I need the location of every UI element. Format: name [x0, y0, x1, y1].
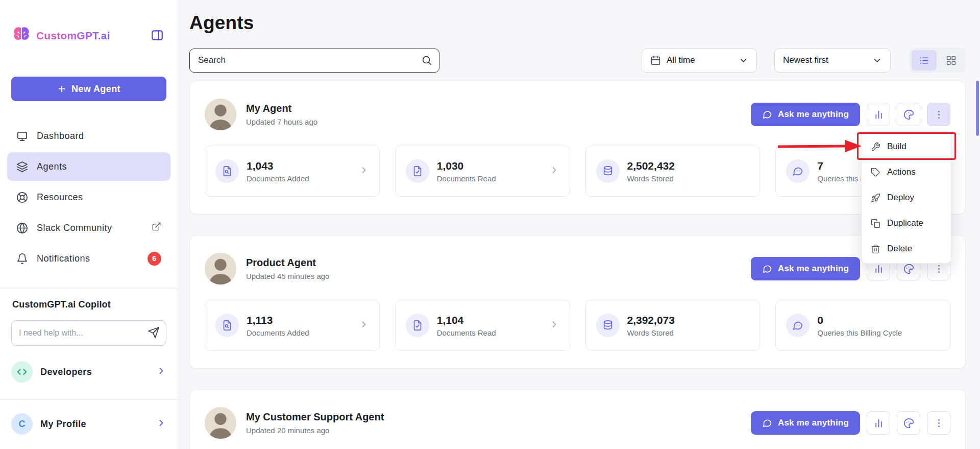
document-search-icon — [215, 159, 239, 183]
bar-chart-icon — [873, 418, 884, 429]
sidebar-item-slack-community[interactable]: Slack Community — [7, 214, 170, 242]
database-icon — [596, 159, 620, 183]
stat-documents-added[interactable]: 1,113 Documents Added — [205, 300, 380, 351]
ellipsis-icon — [934, 109, 944, 120]
rocket-icon — [871, 193, 880, 203]
appearance-button[interactable] — [897, 411, 920, 435]
brain-logo-icon — [11, 26, 32, 46]
grid-view-button[interactable] — [939, 50, 964, 70]
main-content: Agents All time Newest first — [178, 0, 980, 449]
chat-dots-icon — [786, 159, 810, 183]
profile-avatar: C — [11, 413, 33, 435]
document-search-icon — [215, 314, 239, 337]
ask-me-anything-button[interactable]: Ask me anything — [751, 411, 860, 435]
sidebar-divider — [0, 399, 178, 400]
stat-documents-added[interactable]: 1,043 Documents Added — [205, 146, 380, 197]
sort-dropdown[interactable]: Newest first — [774, 49, 891, 73]
new-agent-button[interactable]: New Agent — [11, 77, 166, 101]
chevron-right-icon — [156, 366, 166, 378]
copilot-section-title: CustomGPT.ai Copilot — [0, 289, 178, 310]
chevron-down-icon — [739, 56, 748, 65]
agent-card: Product Agent Updated 45 minutes ago Ask… — [189, 235, 966, 369]
analytics-button[interactable] — [867, 103, 890, 126]
agent-card: My Customer Support Agent Updated 20 min… — [189, 389, 966, 449]
view-toggle — [910, 48, 966, 73]
page-title: Agents — [189, 12, 966, 34]
more-options-button[interactable] — [927, 103, 950, 126]
chevron-down-icon — [872, 56, 882, 65]
menu-item-duplicate[interactable]: Duplicate — [862, 210, 951, 236]
chat-dots-icon — [786, 314, 810, 337]
appearance-button[interactable] — [897, 103, 920, 126]
sidebar-item-dashboard[interactable]: Dashboard — [7, 122, 170, 150]
logo-text: CustomGPT.ai — [36, 30, 110, 42]
send-icon[interactable] — [147, 326, 160, 340]
agent-avatar — [205, 99, 236, 130]
ask-me-anything-button[interactable]: Ask me anything — [751, 257, 860, 280]
stat-documents-read[interactable]: 1,030 Documents Read — [395, 146, 570, 197]
search-input[interactable] — [189, 49, 439, 73]
agent-avatar — [205, 253, 236, 285]
stat-words-stored[interactable]: 2,392,073 Words Stored — [585, 300, 761, 351]
context-menu: Build Actions Deploy Duplicate Delete — [861, 132, 951, 264]
chevron-right-icon — [359, 165, 369, 177]
sidebar-item-profile[interactable]: C My Profile — [11, 412, 166, 436]
agent-name: Product Agent — [246, 257, 329, 269]
bar-chart-icon — [873, 109, 884, 120]
sidebar-item-notifications[interactable]: Notifications 6 — [7, 244, 170, 273]
palette-icon — [903, 264, 914, 274]
chevron-right-icon — [359, 319, 369, 332]
agent-name: My Agent — [246, 103, 317, 114]
trash-icon — [871, 244, 880, 254]
palette-icon — [903, 418, 914, 429]
person-photo-icon — [205, 253, 236, 285]
time-filter-dropdown[interactable]: All time — [642, 49, 757, 73]
tag-icon — [871, 168, 880, 177]
document-check-icon — [406, 159, 429, 183]
stat-documents-read[interactable]: 1,104 Documents Read — [395, 300, 570, 351]
list-view-icon — [919, 55, 929, 66]
menu-item-build[interactable]: Build — [862, 134, 951, 159]
sidebar-item-agents[interactable]: Agents — [7, 152, 170, 181]
agent-name: My Customer Support Agent — [246, 411, 384, 423]
more-options-button[interactable] — [927, 411, 950, 435]
dashboard-icon — [16, 130, 28, 142]
sidebar-item-resources[interactable]: Resources — [7, 183, 170, 211]
menu-item-actions[interactable]: Actions — [862, 159, 951, 185]
chat-icon — [762, 264, 772, 274]
sidebar: CustomGPT.ai New Agent Dashboard Agents … — [0, 0, 178, 449]
ask-me-anything-button[interactable]: Ask me anything — [751, 103, 860, 126]
stat-queries[interactable]: 0 Queries this Billing Cycle — [775, 300, 950, 351]
list-view-button[interactable] — [912, 50, 937, 70]
code-icon — [11, 361, 33, 383]
chevron-right-icon — [549, 165, 559, 177]
agent-updated: Updated 7 hours ago — [246, 117, 317, 126]
calendar-icon — [650, 55, 661, 66]
external-link-icon — [152, 222, 161, 234]
sidebar-item-developers[interactable]: Developers — [11, 360, 166, 384]
agents-icon — [16, 161, 28, 173]
palette-icon — [903, 109, 914, 120]
sidebar-collapse-icon[interactable] — [150, 29, 164, 43]
agent-updated: Updated 45 minutes ago — [246, 272, 329, 280]
menu-item-deploy[interactable]: Deploy — [862, 185, 951, 210]
globe-icon — [16, 222, 28, 234]
chevron-right-icon — [156, 418, 166, 430]
database-icon — [596, 314, 620, 337]
copilot-input[interactable] — [11, 320, 166, 346]
agent-updated: Updated 20 minutes ago — [246, 426, 384, 435]
menu-item-delete[interactable]: Delete — [862, 236, 951, 262]
analytics-button[interactable] — [867, 411, 890, 435]
grid-view-icon — [946, 55, 957, 66]
plus-icon — [57, 84, 66, 93]
chat-icon — [762, 109, 772, 120]
bar-chart-icon — [873, 264, 884, 274]
sidebar-nav: Dashboard Agents Resources Slack Communi… — [0, 122, 178, 273]
controls-bar: All time Newest first — [189, 48, 966, 73]
scrollbar-thumb[interactable] — [976, 81, 979, 136]
person-photo-icon — [205, 407, 236, 439]
stat-words-stored[interactable]: 2,502,432 Words Stored — [585, 146, 761, 197]
logo[interactable]: CustomGPT.ai — [11, 26, 110, 46]
person-photo-icon — [205, 99, 236, 130]
app-root: CustomGPT.ai New Agent Dashboard Agents … — [0, 0, 980, 449]
